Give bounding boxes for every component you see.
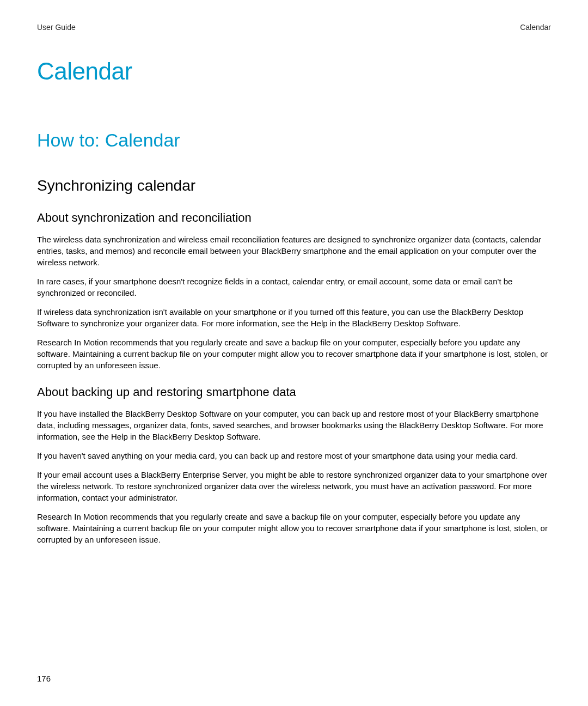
document-page: User Guide Calendar Calendar How to: Cal… xyxy=(0,0,588,706)
body-paragraph: If wireless data synchronization isn't a… xyxy=(37,306,551,329)
chapter-title: Calendar xyxy=(37,58,551,85)
header-right: Calendar xyxy=(520,23,551,32)
body-paragraph: The wireless data synchronization and wi… xyxy=(37,234,551,268)
section-title: How to: Calendar xyxy=(37,130,551,151)
body-paragraph: Research In Motion recommends that you r… xyxy=(37,511,551,545)
page-header: User Guide Calendar xyxy=(37,23,551,32)
body-paragraph: Research In Motion recommends that you r… xyxy=(37,337,551,371)
topic-section: About synchronization and reconciliation… xyxy=(37,211,551,371)
header-left: User Guide xyxy=(37,23,76,32)
body-paragraph: If you have installed the BlackBerry Des… xyxy=(37,408,551,442)
page-number: 176 xyxy=(37,674,51,683)
topic-section: About backing up and restoring smartphon… xyxy=(37,385,551,545)
body-paragraph: If your email account uses a BlackBerry … xyxy=(37,469,551,503)
body-paragraph: In rare cases, if your smartphone doesn'… xyxy=(37,276,551,299)
topic-title: About synchronization and reconciliation xyxy=(37,211,551,225)
subsection-title: Synchronizing calendar xyxy=(37,177,551,194)
body-paragraph: If you haven't saved anything on your me… xyxy=(37,450,551,461)
topic-title: About backing up and restoring smartphon… xyxy=(37,385,551,399)
